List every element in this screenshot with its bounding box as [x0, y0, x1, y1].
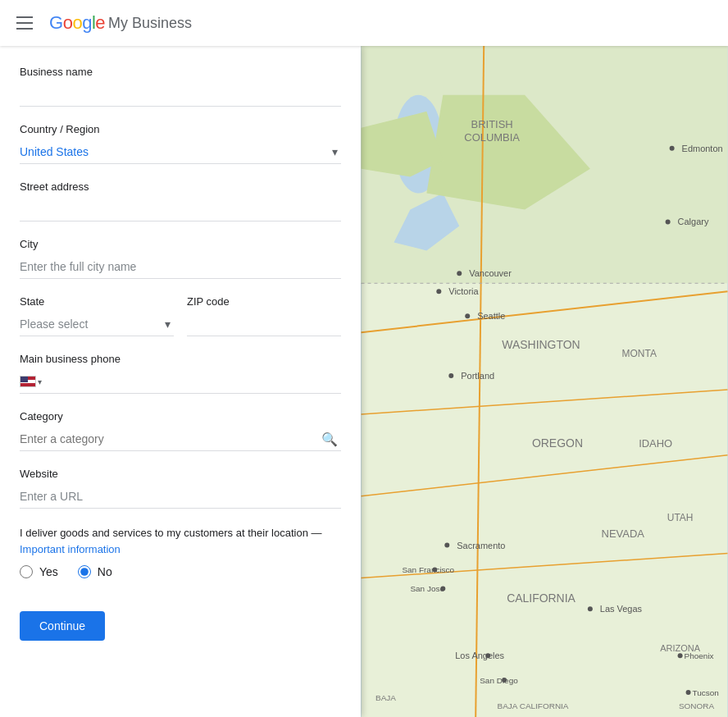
phone-input[interactable]	[45, 375, 341, 388]
phone-wrapper: ▾	[20, 370, 341, 394]
category-label: Category	[20, 410, 341, 422]
svg-text:Vancouver: Vancouver	[469, 268, 512, 278]
business-name-label: Business name	[20, 66, 341, 78]
state-group: State Please select Alabama Alaska Arizo…	[20, 295, 174, 336]
category-search-icon: 🔍	[321, 432, 338, 447]
category-input[interactable]	[20, 427, 341, 450]
svg-text:SONORA: SONORA	[679, 701, 715, 710]
svg-point-29	[666, 219, 671, 224]
svg-text:Tucson: Tucson	[693, 688, 719, 697]
no-label: No	[98, 565, 112, 578]
svg-text:Seattle: Seattle	[477, 311, 505, 321]
svg-text:San Francisco: San Francisco	[402, 565, 454, 574]
deliver-radio-group: Yes No	[20, 565, 341, 578]
state-label: State	[20, 295, 174, 308]
svg-text:San Jose: San Jose	[410, 584, 444, 593]
category-group: Category 🔍	[20, 410, 341, 451]
yes-radio-label[interactable]: Yes	[20, 565, 58, 578]
svg-text:NEVADA: NEVADA	[602, 527, 645, 540]
website-label: Website	[20, 468, 341, 480]
street-address-group: Street address	[20, 180, 341, 221]
header: Google My Business	[0, 0, 728, 46]
zip-group: ZIP code	[187, 295, 341, 336]
country-select-wrapper: United States Canada United Kingdom Aust…	[20, 140, 341, 164]
category-wrapper: 🔍	[20, 427, 341, 451]
phone-label: Main business phone	[20, 353, 341, 365]
svg-text:MONTA: MONTA	[622, 348, 657, 359]
website-group: Website	[20, 468, 341, 509]
important-information-link[interactable]: Important information	[20, 543, 121, 555]
business-name-group: Business name	[20, 66, 341, 107]
phone-group: Main business phone ▾	[20, 353, 341, 394]
phone-dropdown-arrow-icon: ▾	[38, 377, 42, 386]
svg-point-35	[465, 313, 470, 318]
state-select[interactable]: Please select Alabama Alaska Arizona Cal…	[20, 313, 174, 336]
country-region-group: Country / Region United States Canada Un…	[20, 123, 341, 164]
state-zip-row: State Please select Alabama Alaska Arizo…	[20, 295, 341, 353]
svg-text:Los Angeles: Los Angeles	[455, 651, 504, 660]
us-flag-icon	[20, 376, 36, 387]
no-radio[interactable]	[78, 565, 91, 578]
svg-point-49	[678, 653, 683, 658]
city-label: City	[20, 238, 341, 250]
svg-text:UTAH: UTAH	[667, 512, 694, 523]
svg-text:IDAHO: IDAHO	[639, 437, 672, 450]
deliver-text: I deliver goods and services to my custo…	[20, 525, 341, 557]
deliver-goods-group: I deliver goods and services to my custo…	[20, 525, 341, 578]
phone-country-button[interactable]: ▾	[20, 376, 42, 387]
website-input[interactable]	[20, 485, 341, 509]
city-group: City	[20, 238, 341, 279]
svg-text:COLUMBIA: COLUMBIA	[464, 131, 520, 144]
svg-text:Calgary: Calgary	[678, 217, 709, 226]
svg-text:BAJA CALIFORNIA: BAJA CALIFORNIA	[498, 701, 569, 710]
svg-text:San Diego: San Diego	[480, 676, 518, 685]
continue-button[interactable]: Continue	[20, 611, 105, 641]
street-address-label: Street address	[20, 180, 341, 193]
svg-point-27	[670, 146, 675, 151]
country-select[interactable]: United States Canada United Kingdom Aust…	[20, 140, 341, 163]
svg-text:Edmonton: Edmonton	[682, 144, 723, 153]
hamburger-menu[interactable]	[13, 13, 36, 33]
business-name-input[interactable]	[20, 83, 341, 107]
svg-point-53	[686, 690, 691, 695]
state-select-wrapper: Please select Alabama Alaska Arizona Cal…	[20, 313, 174, 336]
svg-point-31	[457, 271, 462, 276]
zip-label: ZIP code	[187, 295, 341, 308]
google-logo: Google My Business	[49, 12, 192, 34]
svg-text:BRITISH: BRITISH	[471, 118, 513, 130]
svg-text:WASHINGTON: WASHINGTON	[502, 338, 580, 351]
street-address-input[interactable]	[20, 198, 341, 221]
svg-text:Victoria: Victoria	[448, 286, 479, 296]
svg-point-39	[444, 543, 449, 548]
form-panel: Business name Country / Region United St…	[0, 46, 361, 717]
app-name: My Business	[108, 15, 192, 32]
svg-text:Phoenix: Phoenix	[685, 651, 714, 660]
map-area: WASHINGTON MONTA OREGON IDAHO NEVADA UTA…	[361, 46, 728, 717]
svg-text:Sacramento: Sacramento	[457, 541, 505, 550]
svg-point-45	[588, 606, 593, 611]
yes-label: Yes	[39, 565, 58, 578]
zip-input[interactable]	[187, 313, 341, 336]
yes-radio[interactable]	[20, 565, 33, 578]
svg-point-33	[436, 289, 441, 294]
city-input[interactable]	[20, 255, 341, 279]
country-region-label: Country / Region	[20, 123, 341, 135]
svg-text:BAJA: BAJA	[375, 693, 396, 702]
svg-point-37	[448, 373, 453, 378]
svg-text:Las Vegas: Las Vegas	[600, 604, 643, 614]
svg-text:CALIFORNIA: CALIFORNIA	[507, 591, 576, 605]
svg-text:Portland: Portland	[461, 371, 494, 381]
svg-text:OREGON: OREGON	[532, 436, 583, 450]
no-radio-label[interactable]: No	[78, 565, 112, 578]
